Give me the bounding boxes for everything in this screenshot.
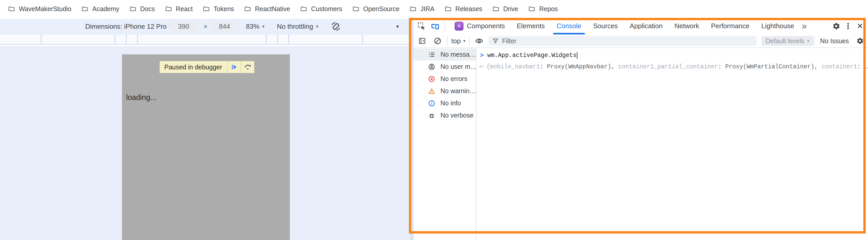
bookmark-label: OpenSource — [363, 5, 399, 13]
bookmark-folder[interactable]: Docs — [129, 5, 155, 13]
divider — [444, 22, 445, 31]
bookmark-label: Customers — [311, 5, 342, 13]
device-dimensions-select[interactable]: Dimensions: iPhone 12 Pro ▾ — [85, 19, 172, 34]
sidebar-toggle-icon[interactable] — [416, 35, 428, 47]
emulated-viewport[interactable]: Paused in debugger loading... — [122, 54, 290, 240]
tab-elements[interactable]: Elements — [511, 18, 551, 34]
execution-context-select[interactable]: top ▾ — [451, 37, 466, 45]
context-label: top — [451, 37, 461, 45]
media-query-marker — [115, 34, 116, 44]
media-query-marker — [266, 34, 267, 44]
tab-label: Console — [557, 22, 581, 30]
sidebar-item-user-messages[interactable]: No user m… — [413, 60, 476, 73]
console-body: No messa… No user m… — [413, 48, 868, 240]
gear-icon[interactable] — [830, 20, 842, 32]
bookmark-folder[interactable]: Tokens — [203, 5, 234, 13]
tab-sources[interactable]: Sources — [587, 18, 624, 34]
folder-icon — [203, 5, 210, 12]
bookmark-folder[interactable]: Customers — [300, 5, 342, 13]
folder-icon — [165, 5, 172, 12]
device-toolbar-more-caret[interactable]: ▾ — [396, 19, 399, 34]
bookmark-folder[interactable]: Releases — [444, 5, 482, 13]
issues-counter[interactable]: No Issues — [820, 37, 849, 45]
tab-lighthouse[interactable]: Lighthouse — [755, 18, 800, 34]
console-sidebar: No messa… No user m… — [413, 48, 476, 240]
bookmark-folder[interactable]: ReactNative — [244, 5, 290, 13]
folder-icon — [129, 5, 136, 12]
devtools-resize-handle[interactable] — [410, 18, 413, 240]
sidebar-item-all-messages[interactable]: No messa… — [413, 48, 476, 60]
kebab-menu-icon[interactable]: ⋮ — [842, 20, 854, 32]
console-settings-gear-icon[interactable] — [854, 35, 866, 47]
devtools-tabbar: ⚛ Components Elements Console Sources Ap… — [413, 18, 868, 34]
bookmark-label: Releases — [456, 5, 482, 13]
sidebar-item-label: No messa… — [440, 51, 476, 58]
zoom-select[interactable]: 83% ▾ — [246, 19, 265, 34]
tab-label: Sources — [593, 22, 618, 30]
device-toolbar-icon[interactable] — [429, 20, 441, 32]
device-dimensions-label: Dimensions: iPhone 12 Pro — [85, 23, 167, 31]
tab-application[interactable]: Application — [624, 18, 669, 34]
tab-label: Application — [630, 22, 663, 30]
tab-label: Elements — [517, 22, 545, 30]
eye-icon[interactable] — [473, 35, 485, 47]
tab-performance[interactable]: Performance — [705, 18, 755, 34]
folder-icon — [528, 5, 535, 12]
close-icon[interactable]: ✕ — [854, 20, 866, 32]
step-over-icon[interactable] — [241, 61, 254, 73]
divider — [469, 36, 470, 46]
sidebar-item-verbose[interactable]: No verbose — [413, 109, 476, 122]
sidebar-item-warnings[interactable]: No warnin… — [413, 85, 476, 97]
viewport-width-field[interactable]: 390 — [170, 19, 197, 34]
viewport-width-value: 390 — [170, 21, 197, 32]
chevron-down-icon: ▾ — [396, 23, 399, 29]
tab-components[interactable]: ⚛ Components — [449, 18, 511, 34]
sidebar-item-label: No warnin… — [440, 87, 476, 95]
folder-icon — [409, 5, 416, 12]
bookmark-label: ReactNative — [255, 5, 290, 13]
folder-icon — [492, 5, 499, 12]
info-circle-icon — [428, 100, 435, 107]
viewport-height-field[interactable]: 844 — [211, 19, 238, 34]
error-circle-icon — [428, 75, 435, 83]
more-tabs-icon[interactable]: » — [802, 21, 807, 32]
rotate-device-icon[interactable] — [330, 19, 342, 34]
tab-label: Performance — [711, 22, 749, 30]
tab-console[interactable]: Console — [551, 18, 587, 34]
funnel-icon — [492, 37, 499, 44]
console-input-text: wm.App.activePage.Widgets — [487, 52, 576, 59]
clear-console-icon[interactable] — [432, 35, 443, 47]
bookmark-folder[interactable]: Repos — [528, 5, 558, 13]
console-prompt-row[interactable]: > wm.App.activePage.Widgets — [476, 50, 868, 60]
inspect-icon[interactable] — [416, 20, 428, 32]
folder-icon — [300, 5, 307, 12]
emulation-background: Paused in debugger loading... — [0, 46, 410, 240]
media-query-marker — [277, 34, 278, 44]
bookmark-folder[interactable]: JIRA — [409, 5, 434, 13]
bookmark-folder[interactable]: Drive — [492, 5, 518, 13]
bookmark-label: Drive — [503, 5, 518, 13]
bookmark-folder[interactable]: OpenSource — [352, 5, 399, 13]
page-loading-text: loading... — [126, 93, 157, 102]
bookmark-label: WaveMakerStudio — [19, 5, 71, 13]
throttling-value: No throttling — [277, 23, 313, 31]
bookmark-folder[interactable]: React — [165, 5, 193, 13]
user-icon — [428, 63, 435, 71]
eval-result-preview: {mobile_navbar1: Proxy(WmAppNavbar), con… — [486, 63, 868, 70]
console-messages-area[interactable]: > wm.App.activePage.Widgets <· {mobile_n… — [476, 48, 868, 240]
folder-icon — [8, 5, 15, 12]
resume-script-icon[interactable] — [227, 61, 241, 73]
sidebar-item-info[interactable]: No info — [413, 97, 476, 109]
sidebar-item-errors[interactable]: No errors — [413, 73, 476, 85]
bookmark-folder[interactable]: Academy — [81, 5, 119, 13]
chevron-down-icon: ▾ — [463, 38, 466, 44]
tab-label: Lighthouse — [761, 22, 794, 30]
tab-network[interactable]: Network — [669, 18, 705, 34]
filter-input[interactable] — [502, 37, 753, 45]
folder-icon — [444, 5, 452, 12]
bookmark-folder[interactable]: WaveMakerStudio — [8, 5, 71, 13]
throttling-select[interactable]: No throttling ▾ — [277, 19, 318, 34]
bookmark-label: JIRA — [420, 5, 434, 13]
bookmark-label: Repos — [539, 5, 558, 13]
log-levels-select[interactable]: Default levels ▾ — [761, 36, 813, 46]
